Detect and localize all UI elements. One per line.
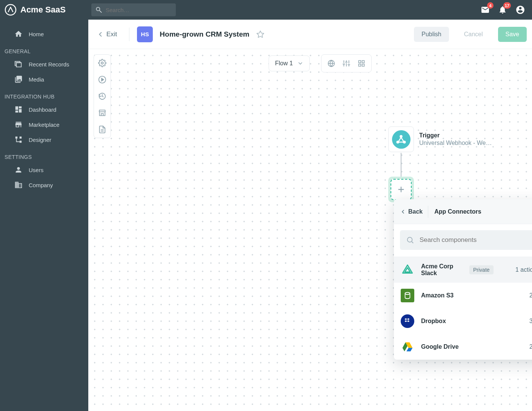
add-step-button[interactable]	[391, 179, 412, 200]
editor-header: Exit HS Home-grown CRM System Publish Ca…	[88, 20, 532, 49]
flow-selector[interactable]: Flow 1	[269, 55, 310, 71]
svg-rect-21	[359, 61, 361, 63]
svg-marker-4	[257, 31, 264, 37]
popup-back-button[interactable]: Back	[400, 206, 428, 218]
brand-name: Acme SaaS	[20, 5, 66, 15]
run-tool[interactable]	[98, 75, 107, 84]
globe-button[interactable]	[324, 57, 339, 70]
nav-marketplace[interactable]: Marketplace	[0, 117, 88, 132]
chevron-left-icon	[97, 31, 104, 38]
svg-rect-2	[20, 137, 22, 139]
nav-users-label: Users	[29, 167, 43, 173]
notifications-button[interactable]: 17	[498, 5, 507, 14]
exit-label: Exit	[106, 31, 117, 38]
favorite-button[interactable]	[256, 30, 264, 38]
connector-row-acme-slack[interactable]: Acme Corp Slack Private 1 actions	[394, 257, 532, 283]
connector-actions-count: 30 actions	[529, 318, 532, 325]
global-search-input[interactable]	[106, 7, 172, 13]
connector-actions-count: 20 actions	[529, 292, 532, 299]
chevron-down-icon	[297, 60, 303, 66]
nav-designer-label: Designer	[29, 137, 51, 143]
exit-button[interactable]: Exit	[92, 27, 121, 42]
cancel-button[interactable]: Cancel	[457, 27, 490, 42]
marketplace-tool[interactable]	[98, 108, 107, 117]
nav-home[interactable]: Home	[0, 26, 88, 42]
nav-recent-records-label: Recent Records	[29, 61, 69, 68]
nav-heading-general: GENERAL	[0, 42, 88, 57]
popup-title: App Connectors	[428, 208, 481, 215]
connector-row-amazon-s3[interactable]: Amazon S3 20 actions	[394, 283, 532, 308]
dashboard-icon	[14, 105, 23, 114]
sliders-icon	[343, 60, 350, 67]
dropbox-icon	[401, 314, 414, 328]
slack-private-icon	[401, 263, 414, 277]
globe-icon	[328, 60, 335, 67]
nav-recent-records[interactable]: Recent Records	[0, 57, 88, 72]
connector-name: Amazon S3	[421, 292, 454, 299]
company-icon	[14, 181, 23, 189]
brand: Acme SaaS	[5, 4, 80, 16]
view-controls	[321, 54, 372, 72]
nav-company[interactable]: Company	[0, 177, 88, 192]
flow-node-trigger[interactable]: Trigger Universal Webhook - Webh…	[388, 126, 493, 152]
mail-button[interactable]: 4	[481, 5, 490, 14]
connector-row-dropbox[interactable]: Dropbox 30 actions	[394, 308, 532, 334]
side-nav: Home GENERAL Recent Records Media INTEGR…	[0, 20, 88, 411]
grid-button[interactable]	[354, 57, 369, 70]
nav-media-label: Media	[29, 76, 44, 83]
canvas-toolbar	[94, 54, 111, 138]
private-badge: Private	[469, 265, 494, 274]
store-icon	[14, 120, 23, 129]
popup-search[interactable]	[400, 230, 532, 250]
svg-rect-1	[15, 137, 18, 139]
publish-button[interactable]: Publish	[414, 27, 449, 42]
google-drive-icon	[401, 340, 414, 354]
nav-designer[interactable]: Designer	[0, 132, 88, 147]
user-icon	[14, 166, 23, 174]
connector-name: Dropbox	[421, 318, 446, 325]
account-button[interactable]	[515, 5, 525, 15]
svg-point-5	[101, 62, 103, 64]
history-icon	[98, 92, 106, 100]
nav-marketplace-label: Marketplace	[29, 122, 60, 128]
settings-tool[interactable]	[98, 58, 107, 68]
svg-point-32	[407, 237, 412, 242]
connector-row-google-drive[interactable]: Google Drive 21 actions	[394, 334, 532, 360]
docs-tool[interactable]	[98, 125, 107, 134]
brand-logo-icon	[5, 4, 17, 16]
svg-marker-7	[101, 78, 104, 81]
home-icon	[14, 30, 23, 38]
records-icon	[14, 60, 23, 68]
svg-rect-23	[362, 64, 364, 66]
divider	[129, 28, 129, 41]
webhook-icon	[392, 130, 411, 149]
svg-marker-37	[406, 348, 412, 351]
app-chip: HS	[137, 26, 153, 42]
nav-media[interactable]: Media	[0, 72, 88, 87]
connector-popup: Back App Connectors	[394, 199, 532, 360]
nav-dashboard[interactable]: Dashboard	[0, 102, 88, 117]
amazon-s3-icon	[401, 289, 414, 302]
nav-dashboard-label: Dashboard	[29, 106, 56, 113]
svg-rect-3	[20, 141, 22, 143]
nav-users[interactable]: Users	[0, 162, 88, 177]
search-icon	[95, 6, 103, 14]
flow-selector-label: Flow 1	[275, 60, 293, 67]
history-tool[interactable]	[98, 92, 107, 101]
flow-canvas[interactable]: Flow 1 Trigger Universal	[88, 49, 532, 411]
connector-actions-count: 21 actions	[529, 343, 532, 350]
save-button[interactable]: Save	[498, 27, 527, 42]
nav-heading-settings: SETTINGS	[0, 147, 88, 162]
notifications-badge: 17	[503, 2, 511, 9]
svg-rect-22	[362, 61, 364, 63]
connector-actions-count: 1 actions	[515, 266, 532, 273]
sliders-button[interactable]	[339, 57, 354, 70]
svg-point-0	[5, 5, 16, 15]
search-icon	[406, 236, 414, 244]
popup-search-input[interactable]	[420, 236, 532, 244]
svg-rect-24	[359, 64, 361, 66]
play-circle-icon	[98, 75, 106, 84]
grid-icon	[358, 60, 365, 67]
file-icon	[98, 125, 106, 134]
global-search[interactable]	[91, 3, 176, 16]
